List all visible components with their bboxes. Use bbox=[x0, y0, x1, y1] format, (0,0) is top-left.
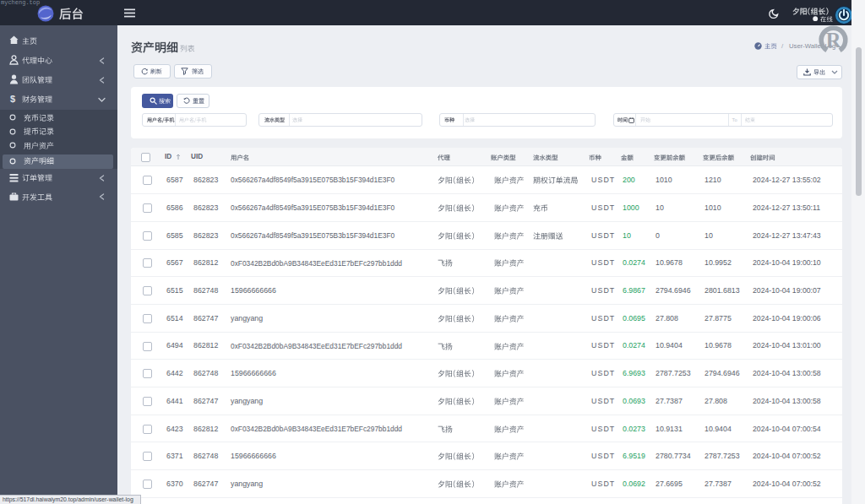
svg-text:R: R bbox=[826, 29, 841, 51]
